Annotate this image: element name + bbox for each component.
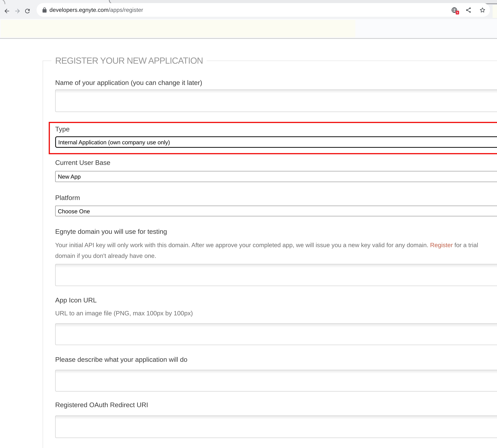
strip-cream-patch bbox=[1, 20, 355, 37]
lock-icon bbox=[42, 7, 47, 13]
type-select-value: Internal Application (own company use on… bbox=[58, 139, 170, 145]
app-name-input[interactable] bbox=[55, 90, 497, 112]
share-icon[interactable] bbox=[465, 7, 472, 13]
domain-description-part2: for a trial bbox=[454, 242, 478, 248]
type-label: Type bbox=[55, 125, 70, 134]
user-base-select-value: New App bbox=[58, 173, 81, 180]
domain-label: Egnyte domain you will use for testing bbox=[55, 227, 167, 236]
domain-description-part3: domain if you don't already have one. bbox=[55, 252, 156, 259]
bookmark-star-icon[interactable] bbox=[479, 7, 486, 13]
url-bar[interactable]: developers.egnyte.com/apps/register x bbox=[37, 3, 490, 17]
type-select[interactable]: Internal Application (own company use on… bbox=[55, 136, 497, 148]
tab-corner bbox=[0, 0, 5, 4]
url-host: developers.egnyte.com bbox=[49, 6, 109, 13]
url-path: /apps/register bbox=[109, 6, 143, 13]
app-icon-url-label: App Icon URL bbox=[55, 296, 97, 305]
description-textarea[interactable] bbox=[55, 370, 497, 392]
app-name-label: Name of your application (you can change… bbox=[55, 79, 202, 87]
app-icon-url-input[interactable] bbox=[55, 323, 497, 345]
back-icon bbox=[3, 8, 10, 15]
extension-error-badge: x bbox=[456, 11, 459, 15]
user-base-label: Current User Base bbox=[55, 159, 110, 167]
forward-icon bbox=[14, 8, 21, 15]
register-link[interactable]: Register bbox=[430, 242, 453, 248]
oauth-redirect-input[interactable] bbox=[55, 416, 497, 438]
platform-label: Platform bbox=[55, 193, 80, 202]
browser-toolbar: developers.egnyte.com/apps/register x bbox=[0, 0, 497, 19]
extension-error-icon[interactable]: x bbox=[451, 7, 458, 13]
domain-input[interactable] bbox=[55, 264, 497, 286]
form-legend: REGISTER YOUR NEW APPLICATION bbox=[51, 55, 207, 66]
user-base-select[interactable]: New App bbox=[55, 171, 497, 182]
oauth-redirect-label: Registered OAuth Redirect URI bbox=[55, 401, 148, 409]
back-button[interactable] bbox=[3, 8, 10, 15]
bookmarks-strip bbox=[0, 19, 497, 39]
platform-select-value: Choose One bbox=[58, 208, 90, 214]
description-label: Please describe what your application wi… bbox=[55, 355, 187, 364]
browser-window: developers.egnyte.com/apps/register x bbox=[0, 0, 497, 448]
url-text: developers.egnyte.com/apps/register bbox=[49, 3, 143, 17]
reload-button[interactable] bbox=[24, 8, 31, 15]
reload-icon bbox=[24, 8, 31, 15]
toolbar-cream-patch bbox=[493, 5, 497, 18]
app-icon-url-hint: URL to an image file (PNG, max 100px by … bbox=[55, 310, 193, 317]
forward-button[interactable] bbox=[14, 8, 21, 15]
domain-description: Your initial API key will only work with… bbox=[55, 240, 478, 261]
domain-description-part1: Your initial API key will only work with… bbox=[55, 242, 428, 248]
platform-select[interactable]: Choose One bbox=[55, 206, 497, 216]
